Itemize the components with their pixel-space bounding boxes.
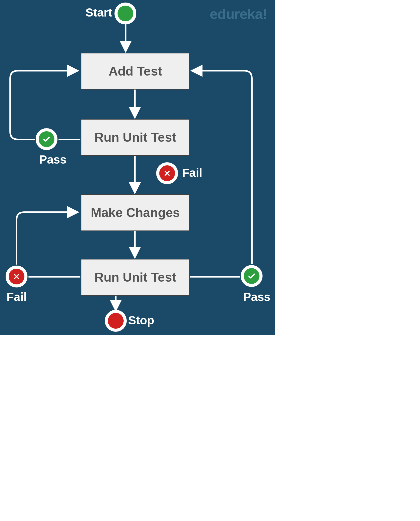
box-run-unit-test-2: Run Unit Test <box>81 259 190 296</box>
check-icon <box>241 265 263 287</box>
flowchart-canvas: edureka! Start Add Test Run Unit Test Ma… <box>0 0 275 335</box>
start-label: Start <box>85 6 112 19</box>
cross-icon <box>156 162 178 184</box>
brand-logo: edureka! <box>210 6 267 22</box>
fail-label-2: Fail <box>7 290 27 304</box>
start-node <box>114 3 136 24</box>
stop-node <box>105 310 127 332</box>
cross-icon <box>6 266 27 287</box>
stop-label: Stop <box>128 313 154 327</box>
fail-label-1: Fail <box>182 166 202 180</box>
pass-label-1: Pass <box>39 153 66 166</box>
box-run-unit-test-1: Run Unit Test <box>81 119 190 156</box>
box-make-changes: Make Changes <box>81 194 190 231</box>
pass-label-2: Pass <box>243 290 270 304</box>
check-icon <box>36 128 57 150</box>
box-add-test: Add Test <box>81 53 190 90</box>
